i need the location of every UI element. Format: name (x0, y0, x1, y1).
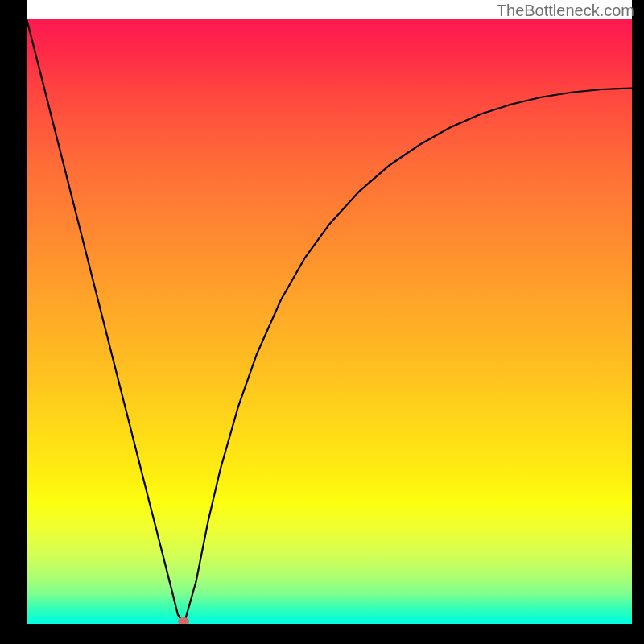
bottleneck-curve (27, 19, 632, 624)
watermark-text: TheBottleneck.com (497, 2, 634, 20)
chart-container: TheBottleneck.com (0, 0, 644, 644)
frame-right (632, 0, 644, 644)
minimum-marker (178, 617, 189, 625)
frame-left (0, 0, 27, 644)
frame-bottom (0, 624, 644, 644)
